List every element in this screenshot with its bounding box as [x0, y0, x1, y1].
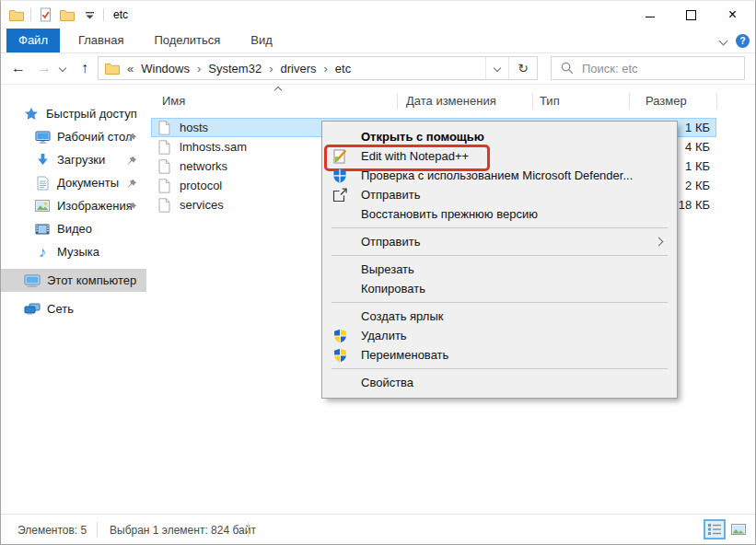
forward-button[interactable]: → — [32, 52, 56, 84]
menu-item-send-to[interactable]: Отправить — [322, 232, 677, 251]
column-headers: Имя Дата изменения Тип Размер — [146, 89, 755, 113]
menu-item-rename[interactable]: Переименовать — [322, 345, 677, 365]
sidebar-item-downloads[interactable]: Загрузки — [1, 148, 146, 171]
menu-item-copy[interactable]: Копировать — [322, 279, 677, 298]
menu-item-delete[interactable]: Удалить — [322, 326, 677, 345]
close-button[interactable]: × — [712, 1, 753, 29]
defender-shield-icon — [331, 168, 348, 183]
new-folder-button[interactable] — [59, 6, 76, 23]
sidebar-item-this-pc[interactable]: Этот компьютер — [1, 269, 146, 292]
submenu-arrow-icon — [655, 238, 664, 247]
column-header-type[interactable]: Тип — [540, 94, 560, 108]
thumbnails-view-icon — [731, 524, 746, 535]
menu-item-create-shortcut[interactable]: Создать ярлык — [322, 307, 677, 326]
sidebar-item-network[interactable]: Сеть — [1, 297, 146, 320]
details-view-button[interactable] — [704, 519, 726, 539]
sidebar-item-documents[interactable]: Документы — [1, 171, 146, 194]
tab-view[interactable]: Вид — [238, 29, 285, 52]
column-header-modified[interactable]: Дата изменения — [406, 94, 496, 108]
selection-info-label: Выбран 1 элемент: 824 байт — [110, 524, 256, 537]
file-icon — [158, 140, 170, 155]
search-input[interactable]: Поиск: etc — [551, 56, 745, 80]
title-bar: etc × — [1, 1, 755, 29]
tab-share[interactable]: Поделиться — [142, 29, 232, 52]
refresh-button[interactable]: ↻ — [508, 57, 537, 79]
breadcrumb-item-system32[interactable]: System32 — [208, 62, 262, 75]
column-divider[interactable] — [629, 93, 630, 110]
search-icon — [561, 62, 574, 75]
maximize-icon — [686, 10, 696, 20]
customize-qat-button[interactable] — [81, 6, 98, 23]
menu-item-restore-previous-version[interactable]: Восстановить прежнюю версию — [322, 204, 677, 224]
titlebar-separator — [30, 8, 31, 21]
breadcrumb-item-drivers[interactable]: drivers — [280, 62, 316, 75]
column-divider[interactable] — [532, 93, 533, 110]
tab-home[interactable]: Главная — [66, 29, 135, 52]
breadcrumb-separator: › — [269, 62, 273, 75]
uac-shield-icon — [331, 347, 348, 363]
status-divider — [248, 522, 249, 537]
titlebar-separator — [103, 8, 104, 21]
chevron-down-icon — [59, 64, 66, 72]
close-icon: × — [728, 7, 737, 22]
sidebar-item-pictures[interactable]: Изображения — [1, 194, 146, 217]
sort-ascending-icon — [274, 87, 282, 94]
ribbon-collapse-icon[interactable] — [719, 36, 728, 45]
column-divider[interactable] — [397, 93, 398, 110]
navigation-pane: Быстрый доступ Рабочий стол Загрузки — [1, 84, 146, 515]
sidebar-item-desktop[interactable]: Рабочий стол — [1, 125, 146, 148]
breadcrumb-item-etc[interactable]: etc — [335, 62, 351, 75]
uac-shield-icon — [331, 328, 348, 343]
column-divider[interactable] — [716, 93, 717, 110]
breadcrumb-separator: › — [324, 62, 328, 75]
tab-file[interactable]: Файл — [6, 29, 60, 52]
address-bar[interactable]: « Windows › System32 › drivers › etc ↻ — [98, 56, 538, 80]
menu-separator — [331, 368, 668, 369]
notepad-plus-plus-icon — [331, 148, 348, 164]
pin-icon — [127, 201, 137, 215]
back-button[interactable]: ← — [6, 52, 30, 84]
sidebar-item-music[interactable]: ♪ Музыка — [1, 240, 146, 263]
thumbnails-view-button[interactable] — [727, 519, 750, 539]
minimize-icon — [646, 17, 655, 17]
breadcrumb-separator: › — [197, 62, 201, 75]
file-icon — [158, 159, 170, 174]
explorer-window: etc × Файл Главная Поделиться Вид ? ← → … — [0, 0, 756, 545]
file-icon — [158, 179, 170, 193]
menu-item-cut[interactable]: Вырезать — [322, 260, 677, 279]
breadcrumb-overflow[interactable]: « — [127, 62, 134, 75]
recent-locations-button[interactable] — [54, 52, 71, 84]
document-icon — [34, 176, 51, 191]
ribbon-tab-bar: Файл Главная Поделиться Вид ? — [1, 29, 755, 53]
status-bar: Элементов: 5 Выбран 1 элемент: 824 байт — [1, 514, 755, 544]
app-folder-icon — [8, 6, 25, 23]
column-header-name[interactable]: Имя — [162, 94, 185, 108]
breadcrumb: « Windows › System32 › drivers › etc — [99, 62, 485, 75]
menu-item-open-with[interactable]: Открыть с помощью — [322, 127, 677, 146]
quick-access-toolbar: etc — [8, 6, 128, 23]
pin-icon — [127, 178, 137, 191]
search-placeholder: Поиск: etc — [582, 62, 638, 75]
navigation-toolbar: ← → ↑ « Windows › System32 › drivers › e… — [1, 52, 755, 85]
column-header-size[interactable]: Размер — [646, 94, 687, 108]
menu-separator — [331, 302, 668, 303]
downloads-icon — [34, 153, 51, 167]
status-divider — [97, 522, 98, 537]
sidebar-item-videos[interactable]: Видео — [1, 217, 146, 240]
chevron-down-icon — [494, 64, 501, 72]
maximize-button[interactable] — [670, 1, 712, 29]
sidebar-item-quick-access[interactable]: Быстрый доступ — [1, 102, 146, 125]
up-button[interactable]: ↑ — [73, 52, 97, 84]
menu-item-share[interactable]: Отправить — [322, 185, 677, 204]
menu-item-edit-with-notepad-plus-plus[interactable]: Edit with Notepad++ — [322, 146, 677, 166]
menu-item-defender-scan[interactable]: Проверка с использованием Microsoft Defe… — [322, 166, 677, 185]
window-controls: × — [629, 1, 753, 29]
properties-button[interactable] — [37, 6, 53, 23]
help-icon[interactable]: ? — [736, 34, 750, 48]
menu-separator — [331, 227, 668, 228]
menu-item-properties[interactable]: Свойства — [322, 373, 677, 392]
breadcrumb-item-windows[interactable]: Windows — [141, 62, 190, 75]
minimize-button[interactable] — [629, 1, 670, 29]
file-icon — [158, 121, 170, 135]
address-dropdown-button[interactable] — [485, 57, 508, 79]
